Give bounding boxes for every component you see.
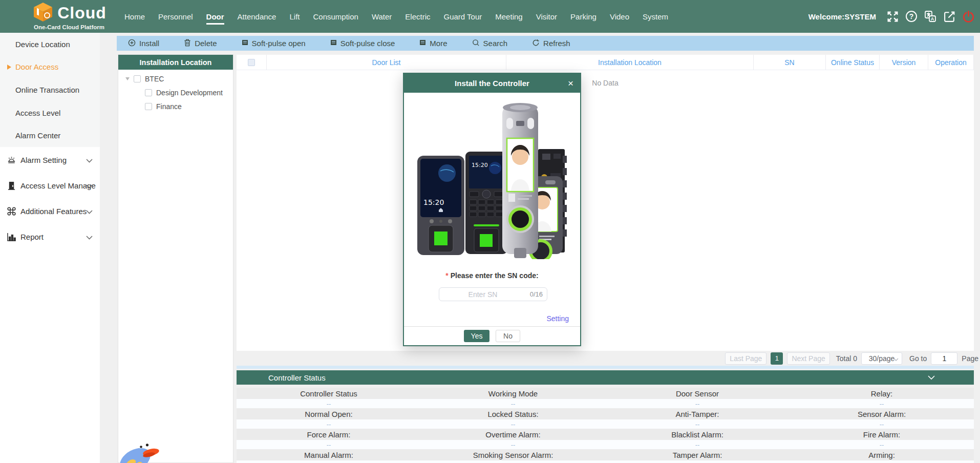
report-icon xyxy=(6,232,16,242)
one-card-cloud-platform: Cloud One-Card Cloud Platform Home Perso… xyxy=(0,0,980,463)
dialog-title: Install the Controller xyxy=(455,79,529,88)
status-value-row: -- -- -- -- xyxy=(237,460,974,463)
chevron-down-icon xyxy=(86,207,93,216)
delete-button[interactable]: Delete xyxy=(184,39,217,48)
current-page-button[interactable]: 1 xyxy=(771,352,783,365)
door-panel-icon xyxy=(330,39,337,48)
tree-node-btec[interactable]: BTEC xyxy=(125,72,164,86)
welcome-text: Welcome:SYSTEM xyxy=(808,12,876,21)
yes-button[interactable]: Yes xyxy=(464,330,489,342)
translate-icon[interactable]: A xyxy=(924,10,937,23)
refresh-icon xyxy=(532,39,540,48)
setting-link[interactable]: Setting xyxy=(546,314,569,323)
last-page-button[interactable]: Last Page xyxy=(725,352,766,365)
required-mark: * xyxy=(445,271,448,280)
goto-page-input[interactable] xyxy=(931,352,957,365)
installation-location-panel: Installation Location BTEC Design Develo… xyxy=(118,54,233,463)
edit-window-icon[interactable] xyxy=(943,10,956,23)
search-icon xyxy=(472,39,480,48)
active-triangle-icon xyxy=(7,65,11,70)
tree-node-finance[interactable]: Finance xyxy=(145,99,182,113)
close-icon[interactable]: × xyxy=(568,74,573,93)
plus-circle-icon xyxy=(128,39,136,48)
select-all-checkbox[interactable] xyxy=(248,59,255,66)
page-size-select[interactable]: 30/page xyxy=(861,352,902,365)
nav-item-door[interactable]: Door xyxy=(206,12,224,21)
sidebar-item-device-location[interactable]: Device Location xyxy=(0,33,100,56)
help-icon[interactable]: ? xyxy=(905,10,918,23)
status-label-row: Normal Open: Locked Status: Anti-Tamper:… xyxy=(237,408,974,419)
nav-item-meeting[interactable]: Meeting xyxy=(495,12,522,21)
soft-pulse-close-button[interactable]: Soft-pulse close xyxy=(330,39,395,48)
power-icon[interactable] xyxy=(962,10,975,23)
caret-down-icon[interactable] xyxy=(125,77,130,80)
chevron-down-icon xyxy=(86,181,93,190)
column-operation: Operation xyxy=(928,55,974,70)
nav-item-attendance[interactable]: Attendance xyxy=(238,12,276,21)
sidebar-item-alarm-center[interactable]: Alarm Center xyxy=(0,124,100,147)
no-button[interactable]: No xyxy=(496,330,520,342)
navbar-actions: Welcome:SYSTEM ? A xyxy=(808,0,975,33)
next-page-button[interactable]: Next Page xyxy=(787,352,829,365)
nav-item-lift[interactable]: Lift xyxy=(289,12,300,21)
fingerprint-terminal-left: 15:20 xyxy=(417,156,464,255)
table-header-row: Door List Installation Location SN Onlin… xyxy=(237,54,974,70)
search-button[interactable]: Search xyxy=(472,39,508,48)
svg-text:A: A xyxy=(931,16,934,22)
nav-item-electric[interactable]: Electric xyxy=(405,12,430,21)
install-button[interactable]: Install xyxy=(128,39,159,48)
door-panel-icon xyxy=(242,39,248,48)
nav-item-consumption[interactable]: Consumption xyxy=(313,12,358,21)
nav-item-guard-tour[interactable]: Guard Tour xyxy=(444,12,482,21)
column-online-status: Online Status xyxy=(825,55,879,70)
column-door-list: Door List xyxy=(266,55,506,70)
nav-item-home[interactable]: Home xyxy=(124,12,145,21)
tree-checkbox[interactable] xyxy=(145,103,152,110)
tree-checkbox[interactable] xyxy=(145,89,152,96)
nav-item-visitor[interactable]: Visitor xyxy=(536,12,557,21)
door-table: Door List Installation Location SN Onlin… xyxy=(237,54,974,351)
sn-input-wrap: 0/16 xyxy=(439,287,547,301)
nav-item-video[interactable]: Video xyxy=(610,12,629,21)
soft-pulse-open-button[interactable]: Soft-pulse open xyxy=(242,39,306,48)
page-label: Page xyxy=(962,354,978,363)
top-navbar: Cloud One-Card Cloud Platform Home Perso… xyxy=(0,0,980,33)
chevron-down-icon xyxy=(86,156,93,164)
nav-item-parking[interactable]: Parking xyxy=(570,12,596,21)
column-installation-location: Installation Location xyxy=(506,55,753,70)
status-value-row: -- -- -- -- xyxy=(237,440,974,449)
fullscreen-icon[interactable] xyxy=(886,10,899,23)
divider-strip xyxy=(237,366,974,369)
chevron-down-icon xyxy=(893,354,899,363)
door-panel-icon xyxy=(419,39,426,48)
sidebar-item-access-level[interactable]: Access Level xyxy=(0,101,100,124)
tree-checkbox[interactable] xyxy=(134,75,141,82)
sn-code-label: *Please enter the SN code: xyxy=(404,271,580,280)
tree-panel-header: Installation Location xyxy=(118,55,233,70)
char-counter: 0/16 xyxy=(530,287,543,301)
nav-item-water[interactable]: Water xyxy=(372,12,392,21)
nav-item-personnel[interactable]: Personnel xyxy=(158,12,193,21)
sidebar-item-online-transaction[interactable]: Online Transaction xyxy=(0,78,100,101)
status-label-row: Force Alarm: Overtime Alarm: Blacklist A… xyxy=(237,429,974,440)
nav-item-system[interactable]: System xyxy=(643,12,668,21)
main-nav: Home Personnel Door Attendance Lift Cons… xyxy=(124,0,668,33)
svg-text:15:20: 15:20 xyxy=(472,162,488,169)
face-pillar-terminal xyxy=(502,103,538,258)
sidebar-item-alarm-setting[interactable]: Alarm Setting xyxy=(0,147,100,173)
sidebar-item-report[interactable]: Report xyxy=(0,224,100,249)
chevron-down-icon[interactable] xyxy=(928,370,935,385)
cube-logo-icon xyxy=(32,2,54,24)
more-button[interactable]: More xyxy=(419,39,447,48)
trash-icon xyxy=(184,39,191,48)
command-icon xyxy=(6,206,16,216)
tree-node-design-development[interactable]: Design Development xyxy=(145,86,223,99)
controller-status-header[interactable]: Controller Status xyxy=(237,370,974,385)
sidebar-item-door-access[interactable]: Door Access xyxy=(0,56,100,79)
sidebar-item-access-level-manage[interactable]: Access Level Manage xyxy=(0,173,100,198)
status-value-row: -- -- -- -- xyxy=(237,419,974,429)
sidebar-item-additional-features[interactable]: Additional Features xyxy=(0,198,100,224)
door-icon xyxy=(6,180,16,191)
status-label-row: Manual Alarm: Smoking Sensor Alarm: Tamp… xyxy=(237,449,974,460)
refresh-button[interactable]: Refresh xyxy=(532,39,570,48)
